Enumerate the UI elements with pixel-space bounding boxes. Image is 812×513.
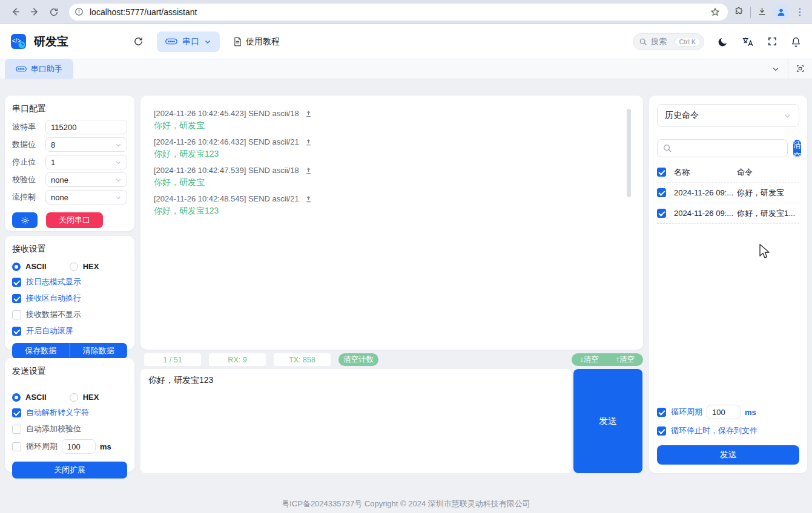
row-checkbox[interactable] xyxy=(657,209,666,218)
history-send-button[interactable]: 发送 xyxy=(657,445,799,465)
dark-mode-moon-icon[interactable] xyxy=(718,36,728,47)
history-table: 名称 命令 2024-11-26 09:... 你好，研发宝 2024-11-2… xyxy=(657,162,799,224)
flow-control-row: 流控制 none xyxy=(12,190,127,204)
auto-scroll-option: 开启自动滚屏 xyxy=(12,325,127,336)
chevron-down-icon xyxy=(204,38,211,45)
clear-data-button[interactable]: 清除数据 xyxy=(70,343,128,359)
close-extension-button[interactable]: 关闭扩展 xyxy=(12,462,127,479)
send-button[interactable]: 发送 xyxy=(573,369,642,473)
row-command: 你好，研发宝 xyxy=(737,188,799,198)
chevron-down-icon xyxy=(115,142,122,148)
log-entry: [2024-11-26 10:42:45.423] SEND ascii/18 … xyxy=(154,109,625,131)
auto-checksum-label: 自动添加校验位 xyxy=(26,423,81,434)
app-logo[interactable]: </> 研发宝 xyxy=(0,33,133,51)
log-scrollbar-thumb[interactable] xyxy=(627,109,631,197)
extensions-icon[interactable] xyxy=(734,7,744,17)
stop-bits-select[interactable]: 1 xyxy=(45,155,127,169)
loop-period-row: 循环周期 ms xyxy=(12,439,127,454)
flow-control-value: none xyxy=(51,193,68,202)
browser-forward-icon[interactable] xyxy=(25,3,44,21)
loop-period-input[interactable] xyxy=(62,439,96,454)
send-message-input[interactable]: 你好，研发宝123 xyxy=(140,369,572,473)
url-text[interactable]: localhost:5777/uart/assistant xyxy=(86,7,706,17)
browser-menu-icon[interactable]: ⋮ xyxy=(795,6,805,18)
data-bits-select[interactable]: 8 xyxy=(45,137,127,152)
history-search-input[interactable] xyxy=(676,144,782,153)
parity-select[interactable]: none xyxy=(45,172,127,187)
receive-buttons-group: 保存数据 清除数据 xyxy=(12,343,127,359)
flow-control-select[interactable]: none xyxy=(45,190,127,204)
log-entry-meta: [2024-11-26 10:42:47.539] SEND ascii/18 xyxy=(154,166,299,175)
history-row[interactable]: 2024-11-26 09:... 你好，研发宝1... xyxy=(657,203,799,224)
header-center: 串口 使用教程 xyxy=(133,31,280,52)
history-loop-input[interactable] xyxy=(707,405,741,419)
global-search[interactable]: 搜索 Ctrl K xyxy=(633,33,704,50)
row-checkbox[interactable] xyxy=(657,188,666,197)
site-info-icon[interactable] xyxy=(71,5,86,19)
content-fullscreen-icon[interactable] xyxy=(788,59,812,79)
fullscreen-icon[interactable] xyxy=(767,36,777,47)
downloads-icon[interactable] xyxy=(757,7,767,17)
auto-scroll-checkbox[interactable] xyxy=(12,327,21,336)
log-mode-checkbox[interactable] xyxy=(12,278,21,287)
log-entry-meta: [2024-11-26 10:42:45.423] SEND ascii/18 xyxy=(154,109,299,118)
tabs-collapse-chevron-icon[interactable] xyxy=(764,59,788,79)
browser-back-icon[interactable] xyxy=(6,3,24,21)
ascii-radio[interactable] xyxy=(12,263,21,271)
notifications-bell-icon[interactable] xyxy=(791,36,801,47)
clear-receive-button[interactable]: ↓清空 xyxy=(572,355,607,365)
tab-bar: 串口助手 xyxy=(0,59,812,79)
hex-radio[interactable] xyxy=(70,263,78,271)
page-footer: 粤ICP备2024335737号 Copyright © 2024 深圳市慧联灵… xyxy=(0,495,812,513)
save-on-stop-checkbox[interactable] xyxy=(657,426,666,436)
clear-send-button[interactable]: ↑清空 xyxy=(607,355,643,365)
module-selector-button[interactable]: 串口 xyxy=(157,31,220,52)
auto-scroll-label: 开启自动滚屏 xyxy=(26,325,73,336)
tab-serial-assistant[interactable]: 串口助手 xyxy=(5,59,73,79)
hex-radio[interactable] xyxy=(70,393,78,402)
log-entry-data: 你好，研发宝123 xyxy=(154,206,625,217)
clear-count-button[interactable]: 清空计数 xyxy=(338,353,378,366)
chevron-down-icon xyxy=(115,177,122,183)
stop-bits-label: 停止位 xyxy=(12,157,45,168)
hex-radio-label: HEX xyxy=(83,393,99,402)
auto-checksum-checkbox[interactable] xyxy=(12,425,21,434)
history-loop-checkbox[interactable] xyxy=(657,408,666,417)
module-selector-label: 串口 xyxy=(182,36,199,47)
data-bits-row: 数据位 8 xyxy=(12,137,127,152)
escape-parse-label: 自动解析转义字符 xyxy=(26,407,89,418)
serial-settings-button[interactable] xyxy=(12,212,38,228)
save-data-button[interactable]: 保存数据 xyxy=(12,343,70,359)
save-on-stop-option: 循环停止时，保存到文件 xyxy=(657,425,799,436)
history-row[interactable]: 2024-11-26 09:... 你好，研发宝 xyxy=(657,183,799,203)
send-settings-panel: 发送设置 ASCII HEX 自动解析转义字符 自动添加校验位 循环周期 ms … xyxy=(5,358,134,472)
loop-period-label: 循环周期 xyxy=(26,441,58,452)
auto-wrap-checkbox[interactable] xyxy=(12,294,21,303)
refresh-icon[interactable] xyxy=(133,36,144,47)
profile-avatar[interactable] xyxy=(773,4,789,20)
escape-parse-checkbox[interactable] xyxy=(12,408,21,417)
serial-port-icon xyxy=(16,66,27,72)
browser-url-bar[interactable]: localhost:5777/uart/assistant xyxy=(69,4,728,21)
loop-period-checkbox[interactable] xyxy=(12,442,21,451)
browser-reload-icon[interactable] xyxy=(45,3,63,21)
history-dropdown[interactable]: 历史命令 xyxy=(657,104,799,127)
hide-received-checkbox[interactable] xyxy=(12,310,21,319)
history-loop-label: 循环周期 xyxy=(671,407,702,417)
log-entry: [2024-11-26 10:42:48.545] SEND ascii/21 … xyxy=(154,194,625,217)
log-mode-option: 按日志模式显示 xyxy=(12,276,127,287)
baud-rate-input[interactable] xyxy=(51,123,122,132)
select-all-checkbox[interactable] xyxy=(657,168,666,177)
history-clear-button[interactable]: 清空 xyxy=(793,140,801,157)
tx-count-badge: TX: 858 xyxy=(274,353,331,366)
save-on-stop-label: 循环停止时，保存到文件 xyxy=(671,425,758,436)
ascii-radio[interactable] xyxy=(12,393,21,402)
bookmark-star-icon[interactable] xyxy=(706,3,724,21)
language-translate-icon[interactable] xyxy=(742,36,754,47)
rx-count-badge: RX: 9 xyxy=(209,353,266,366)
data-bits-label: 数据位 xyxy=(12,139,45,150)
tutorial-link[interactable]: 使用教程 xyxy=(233,36,280,47)
close-serial-button[interactable]: 关闭串口 xyxy=(46,212,103,228)
stop-bits-value: 1 xyxy=(51,158,55,167)
chevron-down-icon xyxy=(115,159,122,166)
